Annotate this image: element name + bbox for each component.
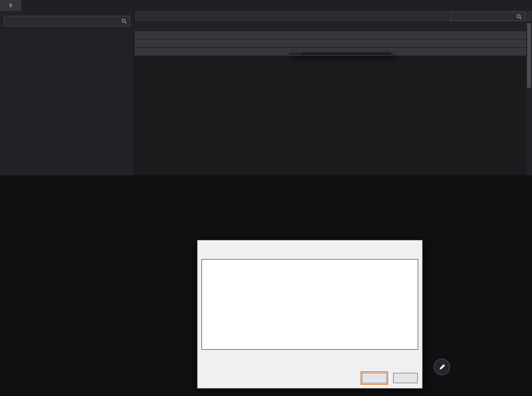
window-controls	[522, 0, 528, 11]
commit-context-menu	[288, 52, 392, 56]
history-pane	[134, 11, 532, 175]
window-content	[0, 11, 532, 175]
incoming-section[interactable]	[134, 31, 532, 39]
tab-bar	[0, 0, 532, 11]
search-icon[interactable]	[516, 14, 522, 20]
squash-annotation-box	[361, 371, 388, 385]
branch-filter	[4, 16, 130, 27]
history-toolbar	[134, 11, 532, 22]
pin-icon[interactable]	[8, 3, 13, 8]
vertical-scrollbar[interactable]	[526, 22, 532, 175]
filter-history	[450, 12, 525, 21]
commit-message-textarea[interactable]	[201, 259, 418, 350]
git-repository-window	[0, 0, 532, 175]
outgoing-section[interactable]	[134, 39, 532, 47]
watermark	[430, 359, 454, 375]
search-icon[interactable]	[121, 18, 127, 24]
tab-git-repository-files[interactable]	[0, 0, 21, 11]
cancel-button[interactable]	[393, 373, 418, 383]
branches-sidebar	[0, 11, 134, 175]
column-headers	[134, 22, 532, 31]
squash-button[interactable]	[362, 373, 387, 383]
filter-history-input[interactable]	[451, 12, 525, 21]
dialog-buttons	[361, 371, 418, 385]
branch-filter-input[interactable]	[4, 16, 130, 26]
watermark-logo	[433, 359, 450, 375]
branches-header[interactable]	[0, 11, 134, 15]
dialog-body	[198, 251, 422, 388]
squash-commits-dialog	[197, 240, 423, 389]
dialog-titlebar[interactable]	[198, 240, 422, 251]
scrollbar-thumb[interactable]	[527, 23, 531, 88]
